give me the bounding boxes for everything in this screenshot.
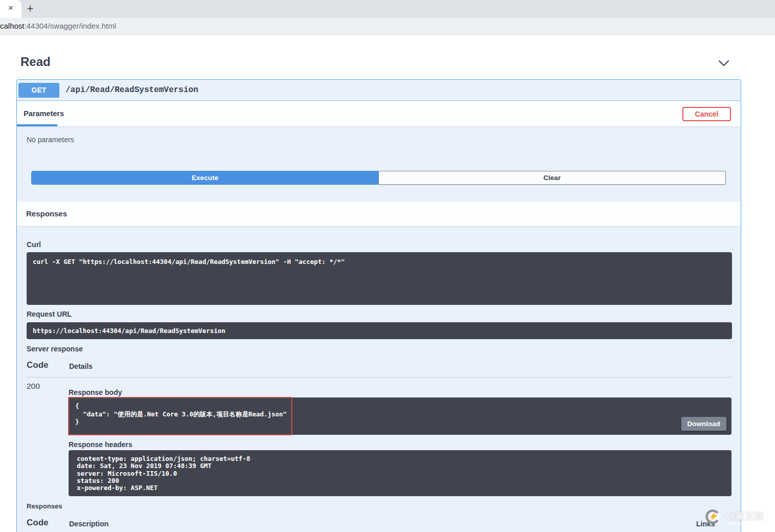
request-url-value: https://localhost:44304/api/Read/ReadSys… — [27, 322, 732, 339]
address-path: :44304/swagger/index.html — [25, 21, 116, 30]
response-body-code: { "data": "使用的是.Net Core 3.0的版本,项目名称是Rea… — [69, 397, 731, 435]
method-badge: GET — [18, 83, 59, 98]
tag-title: Read — [20, 55, 51, 69]
curl-command: curl -X GET "https://localhost:44304/api… — [27, 252, 732, 305]
code-column-header: Code — [27, 360, 49, 370]
execute-row: Execute Clear — [31, 171, 726, 185]
no-parameters-text: No parameters — [27, 136, 74, 144]
tab-close-icon[interactable]: ✕ — [6, 4, 15, 13]
footer-description-header: Description — [69, 520, 109, 528]
download-button[interactable]: Download — [681, 417, 727, 431]
chevron-down-icon[interactable] — [717, 58, 731, 69]
operation-path: /api/Read/ReadSystemVersion — [66, 85, 198, 95]
address-url: calhost:44304/swagger/index.html — [0, 18, 116, 34]
table-divider — [27, 377, 732, 378]
opblock-summary[interactable]: GET /api/Read/ReadSystemVersion — [17, 80, 741, 101]
tag-divider — [16, 77, 741, 77]
responses-title: Responses — [26, 202, 67, 226]
parameters-header: Parameters Cancel — [17, 101, 741, 126]
curl-label: Curl — [27, 240, 41, 249]
cancel-button[interactable]: Cancel — [682, 107, 731, 121]
details-column-header: Details — [69, 362, 93, 370]
responses-header: Responses — [17, 202, 741, 226]
response-body-text: { "data": "使用的是.Net Core 3.0的版本,项目名称是Rea… — [75, 402, 287, 426]
address-host: calhost — [0, 21, 25, 30]
footer-links-header: Links — [696, 520, 715, 528]
opblock-get: GET /api/Read/ReadSystemVersion Paramete… — [16, 79, 741, 532]
new-tab-icon[interactable]: + — [24, 2, 37, 16]
address-bar[interactable]: calhost:44304/swagger/index.html — [0, 18, 775, 35]
response-body-label: Response body — [69, 388, 122, 396]
responses-footer-title: Responses — [27, 502, 62, 510]
tab-active-underline — [17, 124, 57, 126]
footer-code-header: Code — [27, 518, 49, 528]
status-code: 200 — [27, 382, 40, 391]
tab-parameters[interactable]: Parameters — [17, 101, 72, 126]
server-response-label: Server response — [27, 345, 83, 353]
execute-button[interactable]: Execute — [31, 171, 379, 185]
response-headers-code: content-type: application/json; charset=… — [69, 450, 731, 496]
request-url-label: Request URL — [27, 310, 72, 318]
response-headers-label: Response headers — [69, 440, 133, 449]
browser-tab-strip: ✕ + — [0, 0, 775, 18]
clear-button[interactable]: Clear — [379, 171, 726, 185]
